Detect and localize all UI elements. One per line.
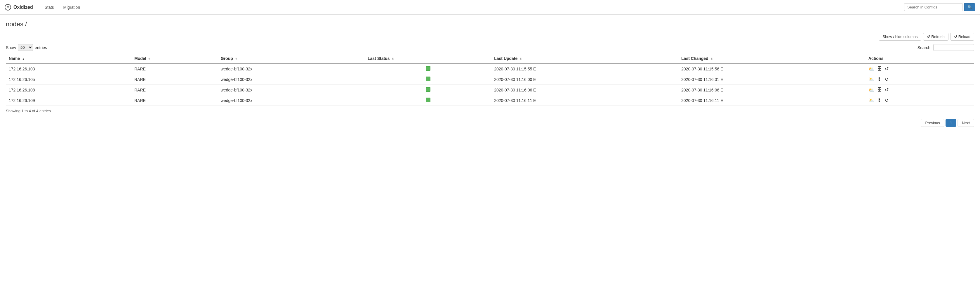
group-sort-icon: ⇅ [235, 57, 237, 60]
cell-last-update: 2020-07-30 11:15:55 E [491, 64, 678, 74]
database-icon[interactable]: 🗄 [877, 87, 882, 93]
data-table: Name ▲ Model ⇅ Group ⇅ Last Status ⇅ [6, 54, 974, 106]
cloud-upload-icon[interactable]: ⛅ [869, 77, 874, 82]
cell-name: 172.16.26.108 [6, 85, 131, 95]
cell-actions: ⛅ 🗄 ↺ [865, 95, 974, 106]
cloud-upload-icon[interactable]: ⛅ [869, 97, 874, 103]
table-header-row: Name ▲ Model ⇅ Group ⇅ Last Status ⇅ [6, 54, 974, 64]
cell-last-status [365, 85, 491, 95]
reload-button[interactable]: ↺ Reload [950, 33, 974, 41]
cell-group: wedge-bf100-32x [218, 74, 365, 85]
col-last-update[interactable]: Last Update ⇅ [491, 54, 678, 64]
cell-last-update: 2020-07-30 11:16:06 E [491, 85, 678, 95]
table-controls: Show 50 10 25 100 entries Search: [6, 44, 974, 51]
search-config-input[interactable] [904, 3, 963, 11]
table-search-input[interactable] [933, 44, 974, 51]
status-green-icon [426, 87, 430, 92]
name-sort-icon: ▲ [22, 57, 24, 60]
col-model[interactable]: Model ⇅ [131, 54, 218, 64]
navbar-right: 🔍 [904, 3, 975, 11]
refresh-icon: ↺ [927, 35, 930, 39]
brand-name: Oxidized [13, 5, 33, 10]
status-green-icon [426, 77, 430, 81]
col-model-label: Model [134, 56, 146, 61]
last-status-sort-icon: ⇅ [392, 57, 394, 60]
refresh-action-icon[interactable]: ↺ [885, 77, 889, 82]
entries-per-page-select[interactable]: 50 10 25 100 [18, 44, 33, 51]
col-name-label: Name [9, 56, 20, 61]
reload-label: Reload [958, 35, 970, 39]
table-body: 172.16.26.103 RARE wedge-bf100-32x 2020-… [6, 64, 974, 106]
col-last-changed[interactable]: Last Changed ⇅ [678, 54, 865, 64]
col-last-status-label: Last Status [368, 56, 390, 61]
next-button[interactable]: Next [958, 119, 974, 127]
cell-last-changed: 2020-07-30 11:15:56 E [678, 64, 865, 74]
cell-group: wedge-bf100-32x [218, 85, 365, 95]
last-update-sort-icon: ⇅ [520, 57, 522, 60]
page-1-button[interactable]: 1 [945, 119, 956, 127]
search-config-button[interactable]: 🔍 [964, 3, 975, 11]
nav-stats[interactable]: Stats [40, 1, 59, 14]
pagination-bar: Previous 1 Next [6, 119, 974, 127]
cell-group: wedge-bf100-32x [218, 95, 365, 106]
show-entries-control: Show 50 10 25 100 entries [6, 44, 47, 51]
col-group[interactable]: Group ⇅ [218, 54, 365, 64]
col-actions: Actions [865, 54, 974, 64]
table-row: 172.16.26.105 RARE wedge-bf100-32x 2020-… [6, 74, 974, 85]
cloud-upload-icon[interactable]: ⛅ [869, 66, 874, 72]
cell-actions: ⛅ 🗄 ↺ [865, 85, 974, 95]
table-row: 172.16.26.108 RARE wedge-bf100-32x 2020-… [6, 85, 974, 95]
show-hide-columns-label: Show / hide columns [883, 35, 918, 39]
nav-migration[interactable]: Migration [59, 1, 85, 14]
cell-last-update: 2020-07-30 11:16:00 E [491, 74, 678, 85]
col-last-update-label: Last Update [494, 56, 517, 61]
col-group-label: Group [221, 56, 233, 61]
status-green-icon [426, 66, 430, 71]
table-row: 172.16.26.109 RARE wedge-bf100-32x 2020-… [6, 95, 974, 106]
status-green-icon [426, 97, 430, 102]
cell-last-changed: 2020-07-30 11:16:01 E [678, 74, 865, 85]
cell-model: RARE [131, 64, 218, 74]
table-row: 172.16.26.103 RARE wedge-bf100-32x 2020-… [6, 64, 974, 74]
cell-last-status [365, 74, 491, 85]
refresh-action-icon[interactable]: ↺ [885, 87, 889, 93]
cell-name: 172.16.26.103 [6, 64, 131, 74]
navbar: ⊙ Oxidized Stats Migration 🔍 [0, 0, 980, 14]
cell-last-status [365, 95, 491, 106]
database-icon[interactable]: 🗄 [877, 98, 882, 103]
search-control: Search: [918, 44, 974, 51]
col-last-changed-label: Last Changed [681, 56, 708, 61]
model-sort-icon: ⇅ [148, 57, 150, 60]
refresh-label: Refresh [931, 35, 945, 39]
cloud-upload-icon[interactable]: ⛅ [869, 87, 874, 93]
cell-model: RARE [131, 74, 218, 85]
refresh-action-icon[interactable]: ↺ [885, 97, 889, 103]
search-text-label: Search: [918, 45, 932, 50]
reload-icon: ↺ [954, 35, 957, 39]
cell-last-update: 2020-07-30 11:16:11 E [491, 95, 678, 106]
col-actions-label: Actions [869, 56, 883, 61]
cell-last-changed: 2020-07-30 11:16:06 E [678, 85, 865, 95]
previous-button[interactable]: Previous [921, 119, 944, 127]
cell-model: RARE [131, 85, 218, 95]
database-icon[interactable]: 🗄 [877, 66, 882, 72]
show-label: Show [6, 45, 16, 50]
database-icon[interactable]: 🗄 [877, 77, 882, 82]
cell-name: 172.16.26.109 [6, 95, 131, 106]
show-hide-columns-button[interactable]: Show / hide columns [879, 33, 921, 41]
table-header: Name ▲ Model ⇅ Group ⇅ Last Status ⇅ [6, 54, 974, 64]
page-title: nodes / [6, 21, 974, 28]
cell-name: 172.16.26.105 [6, 74, 131, 85]
page-content: nodes / Show / hide columns ↺ Refresh ↺ … [0, 14, 980, 308]
last-changed-sort-icon: ⇅ [711, 57, 713, 60]
refresh-button[interactable]: ↺ Refresh [923, 33, 948, 41]
col-last-status[interactable]: Last Status ⇅ [365, 54, 491, 64]
table-info: Showing 1 to 4 of 4 entries [6, 109, 974, 113]
brand-icon: ⊙ [5, 4, 11, 11]
refresh-action-icon[interactable]: ↺ [885, 66, 889, 72]
col-name[interactable]: Name ▲ [6, 54, 131, 64]
cell-group: wedge-bf100-32x [218, 64, 365, 74]
cell-actions: ⛅ 🗄 ↺ [865, 74, 974, 85]
cell-actions: ⛅ 🗄 ↺ [865, 64, 974, 74]
cell-last-changed: 2020-07-30 11:16:11 E [678, 95, 865, 106]
